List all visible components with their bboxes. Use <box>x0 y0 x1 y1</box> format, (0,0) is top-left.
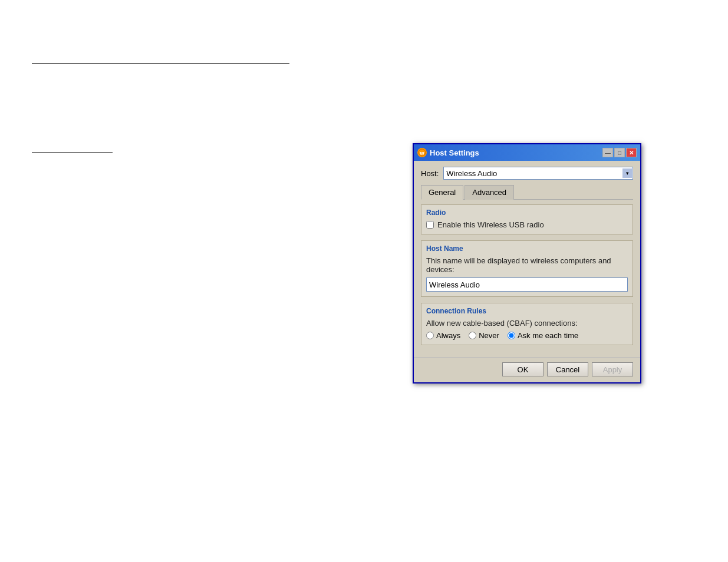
tab-general[interactable]: General <box>421 185 463 200</box>
dialog-footer: OK Cancel Apply <box>414 357 640 382</box>
radio-always: Always <box>426 331 460 340</box>
host-select[interactable]: Wireless Audio <box>443 167 633 180</box>
hostname-description: This name will be displayed to wireless … <box>426 256 628 274</box>
hostname-section-title: Host Name <box>426 244 628 253</box>
hostname-input[interactable] <box>426 277 628 292</box>
hostname-section: Host Name This name will be displayed to… <box>421 240 633 297</box>
dialog-body: Host: Wireless Audio ▾ General Advanced … <box>414 161 640 357</box>
host-row: Host: Wireless Audio ▾ <box>421 167 633 180</box>
radio-always-label: Always <box>436 331 460 340</box>
radio-ask-label: Ask me each time <box>518 331 578 340</box>
bg-line-top <box>32 63 289 64</box>
title-bar: w Host Settings — □ ✕ <box>414 144 640 161</box>
title-bar-left: w Host Settings <box>417 148 479 157</box>
host-settings-dialog: w Host Settings — □ ✕ Host: Wireless Aud… <box>413 143 641 384</box>
apply-button[interactable]: Apply <box>592 362 633 376</box>
radio-section-title: Radio <box>426 209 628 217</box>
title-buttons: — □ ✕ <box>602 148 637 157</box>
radio-section: Radio Enable this Wireless USB radio <box>421 204 633 234</box>
ok-button[interactable]: OK <box>502 362 543 376</box>
maximize-button[interactable]: □ <box>614 148 625 157</box>
connection-rules-title: Connection Rules <box>426 307 628 315</box>
radio-never: Never <box>469 331 499 340</box>
connection-radio-row: Always Never Ask me each time <box>426 331 628 340</box>
radio-never-label: Never <box>479 331 499 340</box>
radio-ask-input[interactable] <box>508 332 515 339</box>
radio-always-input[interactable] <box>426 332 434 339</box>
tabs: General Advanced <box>421 184 633 200</box>
enable-radio-label: Enable this Wireless USB radio <box>437 220 544 229</box>
tab-advanced[interactable]: Advanced <box>465 185 514 200</box>
bg-line-mid <box>32 152 113 153</box>
cancel-button[interactable]: Cancel <box>547 362 588 376</box>
dialog-title: Host Settings <box>430 148 479 157</box>
connection-rules-section: Connection Rules Allow new cable-based (… <box>421 303 633 345</box>
radio-never-input[interactable] <box>469 332 476 339</box>
close-button[interactable]: ✕ <box>626 148 637 157</box>
radio-ask: Ask me each time <box>508 331 578 340</box>
dialog-icon: w <box>417 148 427 157</box>
minimize-button[interactable]: — <box>602 148 613 157</box>
host-label: Host: <box>421 169 439 178</box>
host-select-wrapper: Wireless Audio ▾ <box>443 167 633 180</box>
enable-radio-checkbox[interactable] <box>426 221 434 229</box>
radio-checkbox-row: Enable this Wireless USB radio <box>426 220 628 229</box>
svg-text:w: w <box>419 150 424 156</box>
connection-description: Allow new cable-based (CBAF) connections… <box>426 319 628 328</box>
